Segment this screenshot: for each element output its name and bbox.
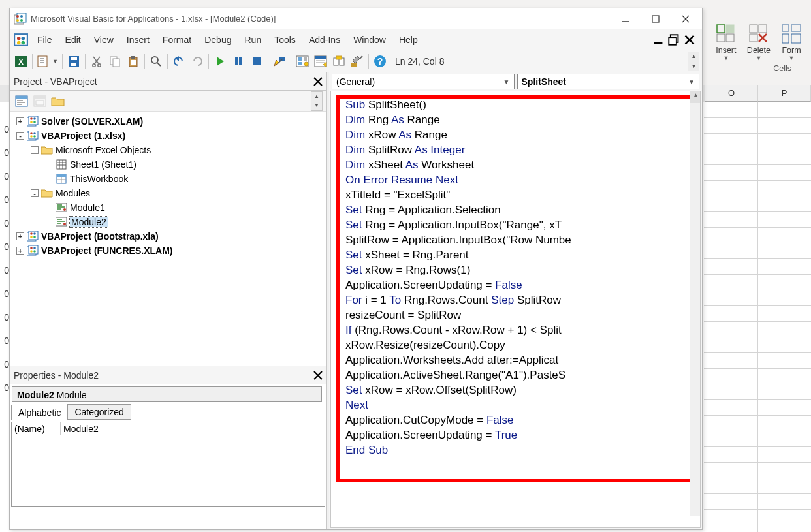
tree-item[interactable]: Module1 xyxy=(12,200,324,215)
break-button[interactable] xyxy=(230,53,247,70)
tree-toggle[interactable]: - xyxy=(16,132,24,140)
tree-toggle[interactable]: + xyxy=(16,232,24,240)
tree-item[interactable]: Module2 xyxy=(12,215,324,229)
minimize-button[interactable] xyxy=(611,9,641,29)
paste-button[interactable] xyxy=(125,53,142,70)
menu-format[interactable]: Format xyxy=(156,32,198,48)
insert-item-button[interactable] xyxy=(35,53,52,70)
sheet-icon xyxy=(56,159,67,170)
find-button[interactable] xyxy=(148,53,165,70)
tree-toggle[interactable]: + xyxy=(16,247,24,255)
properties-object-select[interactable]: Module2 Module xyxy=(12,386,322,402)
tab-alphabetic[interactable]: Alphabetic xyxy=(11,405,68,420)
project-toolbar-scroll[interactable]: ▲▼ xyxy=(311,91,323,111)
properties-grid[interactable]: (Name) Module2 xyxy=(11,422,325,507)
view-object-button[interactable] xyxy=(32,93,48,109)
tree-toggle[interactable]: - xyxy=(31,146,39,154)
tree-item[interactable]: Sheet1 (Sheet1) xyxy=(12,157,324,172)
svg-rect-108 xyxy=(57,174,66,177)
toolbox-button[interactable] xyxy=(349,53,366,70)
titlebar[interactable]: Microsoft Visual Basic for Applications … xyxy=(10,8,702,29)
svg-point-27 xyxy=(17,40,21,44)
toggle-folders-button[interactable] xyxy=(50,93,66,109)
svg-point-130 xyxy=(33,247,36,249)
properties-window-button[interactable] xyxy=(312,53,329,70)
tree-item-label: Module1 xyxy=(70,202,105,213)
svg-rect-41 xyxy=(71,57,77,60)
menu-debug[interactable]: Debug xyxy=(198,32,238,48)
svg-point-129 xyxy=(30,247,33,249)
menu-view[interactable]: View xyxy=(87,32,120,48)
tab-categorized[interactable]: Categorized xyxy=(67,404,131,420)
svg-point-93 xyxy=(33,117,36,120)
svg-point-26 xyxy=(22,37,25,40)
svg-rect-69 xyxy=(315,56,326,59)
design-mode-button[interactable] xyxy=(271,53,288,70)
redo-button[interactable] xyxy=(189,53,206,70)
svg-point-45 xyxy=(93,63,95,66)
svg-rect-4 xyxy=(750,25,757,33)
svg-rect-63 xyxy=(298,57,302,61)
tree-item[interactable]: -Modules xyxy=(12,186,324,200)
property-value[interactable]: Module2 xyxy=(61,422,325,435)
svg-rect-51 xyxy=(131,60,136,65)
cursor-position: Ln 24, Col 8 xyxy=(395,56,445,67)
menu-help[interactable]: Help xyxy=(392,32,424,48)
doc-minimize-button[interactable] xyxy=(652,34,664,46)
menu-run[interactable]: Run xyxy=(238,32,268,48)
project-toolbar: ▲▼ xyxy=(10,91,326,112)
run-button[interactable] xyxy=(212,53,229,70)
tree-toggle[interactable]: - xyxy=(31,189,39,197)
help-button[interactable]: ? xyxy=(372,53,389,70)
menu-window[interactable]: Window xyxy=(347,32,392,48)
code-editor[interactable]: Sub SplitSheet() Dim Rng As Range Dim xR… xyxy=(330,91,701,528)
tree-item[interactable]: +Solver (SOLVER.XLAM) xyxy=(12,114,324,129)
ribbon-delete[interactable]: Delete ▼ xyxy=(743,0,774,85)
svg-rect-10 xyxy=(791,25,801,31)
project-pane-close[interactable] xyxy=(311,74,325,89)
project-tree[interactable]: +Solver (SOLVER.XLAM)-VBAProject (1.xlsx… xyxy=(10,112,326,366)
toolbar-scroll[interactable]: ▲▼ xyxy=(688,52,699,71)
save-button[interactable] xyxy=(65,53,82,70)
menu-tools[interactable]: Tools xyxy=(268,32,302,48)
doc-restore-button[interactable] xyxy=(668,34,680,46)
properties-pane-close[interactable] xyxy=(311,368,325,383)
properties-pane-header[interactable]: Properties - Module2 xyxy=(10,366,326,384)
reset-button[interactable] xyxy=(248,53,265,70)
project-pane-header[interactable]: Project - VBAProject xyxy=(10,72,326,91)
object-browser-button[interactable] xyxy=(330,53,347,70)
properties-pane-title: Properties - Module2 xyxy=(14,370,311,381)
copy-button[interactable] xyxy=(106,53,123,70)
view-code-button[interactable] xyxy=(14,93,29,109)
tree-item[interactable]: -VBAProject (1.xlsx) xyxy=(12,129,324,143)
procedure-dropdown[interactable]: SplitSheet▼ xyxy=(517,74,700,89)
insert-cells-icon xyxy=(716,23,737,44)
tree-toggle[interactable]: + xyxy=(16,117,24,125)
view-excel-button[interactable]: X xyxy=(12,53,29,70)
menu-addins[interactable]: Add-Ins xyxy=(302,32,347,48)
project-explorer-button[interactable] xyxy=(294,53,311,70)
svg-point-46 xyxy=(98,63,101,66)
menu-edit[interactable]: Edit xyxy=(59,32,87,48)
menu-insert[interactable]: Insert xyxy=(120,32,156,48)
vba-icon xyxy=(27,116,39,127)
code-vertical-scrollbar[interactable]: ▲ xyxy=(690,91,701,516)
tree-item[interactable]: +VBAProject (Bootstrap.xla) xyxy=(12,229,324,243)
menubar: File Edit View Insert Format Debug Run T… xyxy=(10,29,702,50)
col-header[interactable]: P xyxy=(758,85,811,102)
close-button[interactable] xyxy=(671,9,701,29)
menu-file[interactable]: File xyxy=(31,32,59,48)
svg-marker-55 xyxy=(217,57,224,66)
object-dropdown[interactable]: (General)▼ xyxy=(332,74,515,89)
tree-item[interactable]: -Microsoft Excel Objects xyxy=(12,143,324,157)
col-header[interactable]: O xyxy=(705,85,758,102)
cut-button[interactable] xyxy=(88,53,105,70)
svg-point-125 xyxy=(30,236,33,238)
ribbon-insert[interactable]: Insert ▼ xyxy=(712,0,740,85)
tree-item[interactable]: +VBAProject (FUNCRES.XLAM) xyxy=(12,243,324,258)
doc-close-button[interactable] xyxy=(684,34,695,46)
tree-item[interactable]: ThisWorkbook xyxy=(12,172,324,186)
maximize-button[interactable] xyxy=(641,9,671,29)
property-name: (Name) xyxy=(12,422,61,435)
undo-button[interactable] xyxy=(170,53,187,70)
